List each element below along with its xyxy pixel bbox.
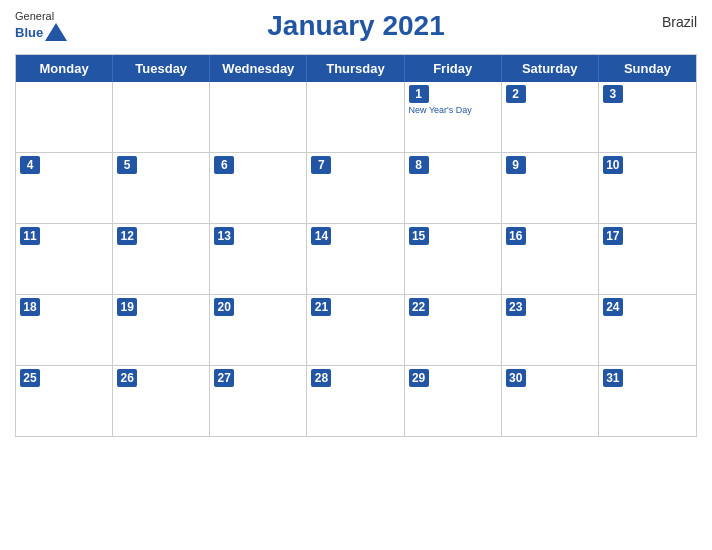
- day-cell: 13: [210, 224, 307, 294]
- calendar-grid: MondayTuesdayWednesdayThursdayFridaySatu…: [15, 54, 697, 437]
- day-cell: 20: [210, 295, 307, 365]
- day-number: 17: [603, 227, 623, 245]
- day-header-saturday: Saturday: [502, 55, 599, 82]
- calendar-header: General Blue January 2021 Brazil: [15, 10, 697, 42]
- day-number: 22: [409, 298, 429, 316]
- svg-marker-0: [45, 23, 67, 41]
- day-number: 24: [603, 298, 623, 316]
- day-cell: [307, 82, 404, 152]
- day-cell: 7: [307, 153, 404, 223]
- day-number: 2: [506, 85, 526, 103]
- weeks-container: 1New Year's Day2345678910111213141516171…: [16, 82, 696, 436]
- day-cell: 30: [502, 366, 599, 436]
- event-label: New Year's Day: [409, 105, 497, 116]
- week-row-1: 1New Year's Day23: [16, 82, 696, 153]
- day-cell: 21: [307, 295, 404, 365]
- week-row-4: 18192021222324: [16, 295, 696, 366]
- day-number: 31: [603, 369, 623, 387]
- day-cell: 22: [405, 295, 502, 365]
- day-number: 28: [311, 369, 331, 387]
- day-cell: 25: [16, 366, 113, 436]
- day-number: 8: [409, 156, 429, 174]
- day-number: 7: [311, 156, 331, 174]
- day-number: 1: [409, 85, 429, 103]
- day-cell: 29: [405, 366, 502, 436]
- day-cell: [210, 82, 307, 152]
- day-number: 18: [20, 298, 40, 316]
- day-header-monday: Monday: [16, 55, 113, 82]
- day-number: 4: [20, 156, 40, 174]
- day-cell: 17: [599, 224, 696, 294]
- day-number: 29: [409, 369, 429, 387]
- day-number: 5: [117, 156, 137, 174]
- day-cell: 16: [502, 224, 599, 294]
- day-number: 20: [214, 298, 234, 316]
- day-number: 15: [409, 227, 429, 245]
- day-cell: 9: [502, 153, 599, 223]
- day-number: 12: [117, 227, 137, 245]
- day-cell: 12: [113, 224, 210, 294]
- day-number: 11: [20, 227, 40, 245]
- day-cell: 28: [307, 366, 404, 436]
- day-cell: 19: [113, 295, 210, 365]
- day-cell: 14: [307, 224, 404, 294]
- day-cell: 26: [113, 366, 210, 436]
- day-cell: 24: [599, 295, 696, 365]
- day-cell: 4: [16, 153, 113, 223]
- day-number: 6: [214, 156, 234, 174]
- day-number: 27: [214, 369, 234, 387]
- day-cell: [113, 82, 210, 152]
- day-headers-row: MondayTuesdayWednesdayThursdayFridaySatu…: [16, 55, 696, 82]
- week-row-2: 45678910: [16, 153, 696, 224]
- day-cell: 15: [405, 224, 502, 294]
- day-header-thursday: Thursday: [307, 55, 404, 82]
- day-number: 26: [117, 369, 137, 387]
- logo-bird-icon: [45, 23, 67, 41]
- day-header-sunday: Sunday: [599, 55, 696, 82]
- day-number: 30: [506, 369, 526, 387]
- day-number: 25: [20, 369, 40, 387]
- day-cell: 31: [599, 366, 696, 436]
- week-row-5: 25262728293031: [16, 366, 696, 436]
- day-number: 14: [311, 227, 331, 245]
- day-number: 13: [214, 227, 234, 245]
- calendar-title: January 2021: [267, 10, 444, 42]
- logo-blue-text: Blue: [15, 25, 43, 40]
- day-number: 19: [117, 298, 137, 316]
- day-cell: [16, 82, 113, 152]
- day-cell: 6: [210, 153, 307, 223]
- country-label: Brazil: [662, 14, 697, 30]
- day-header-wednesday: Wednesday: [210, 55, 307, 82]
- day-number: 3: [603, 85, 623, 103]
- day-cell: 3: [599, 82, 696, 152]
- day-cell: 11: [16, 224, 113, 294]
- day-header-friday: Friday: [405, 55, 502, 82]
- day-number: 9: [506, 156, 526, 174]
- day-cell: 27: [210, 366, 307, 436]
- day-number: 10: [603, 156, 623, 174]
- day-header-tuesday: Tuesday: [113, 55, 210, 82]
- day-number: 21: [311, 298, 331, 316]
- logo-general-text: General: [15, 10, 54, 23]
- day-cell: 5: [113, 153, 210, 223]
- day-cell: 10: [599, 153, 696, 223]
- day-cell: 8: [405, 153, 502, 223]
- day-number: 16: [506, 227, 526, 245]
- day-cell: 1New Year's Day: [405, 82, 502, 152]
- day-cell: 2: [502, 82, 599, 152]
- day-cell: 18: [16, 295, 113, 365]
- day-cell: 23: [502, 295, 599, 365]
- calendar-container: General Blue January 2021 Brazil MondayT…: [0, 0, 712, 550]
- logo: General Blue: [15, 10, 67, 41]
- week-row-3: 11121314151617: [16, 224, 696, 295]
- day-number: 23: [506, 298, 526, 316]
